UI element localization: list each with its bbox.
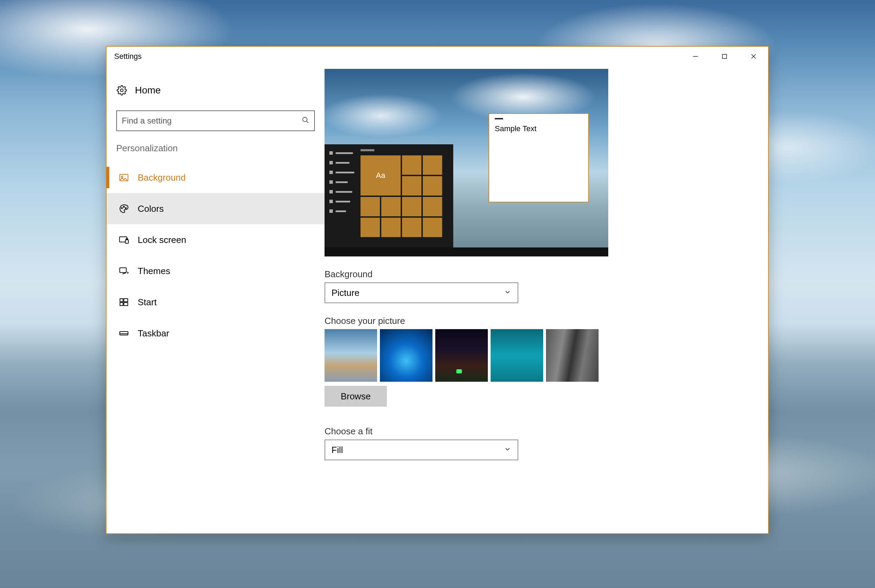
taskbar-icon xyxy=(118,328,129,339)
sidebar-item-background[interactable]: Background xyxy=(106,162,325,193)
svg-rect-14 xyxy=(120,268,126,273)
choose-fit-label: Choose a fit xyxy=(325,426,768,437)
preview-sample-window: Sample Text xyxy=(488,113,589,202)
preview-start-menu: Aa xyxy=(325,144,453,248)
svg-point-9 xyxy=(121,208,123,209)
start-icon xyxy=(118,297,129,308)
desktop-wallpaper: Settings xyxy=(0,0,875,588)
picture-thumb-5[interactable] xyxy=(546,329,599,382)
svg-point-8 xyxy=(121,176,123,177)
close-button[interactable] xyxy=(739,47,768,66)
fit-dropdown[interactable]: Fill xyxy=(325,440,518,460)
sidebar-item-label: Background xyxy=(138,172,186,183)
sidebar-item-label: Themes xyxy=(138,266,170,276)
preview-tile-aa: Aa xyxy=(361,155,401,195)
home-label: Home xyxy=(135,85,161,96)
search-box[interactable] xyxy=(116,110,315,131)
picture-thumb-4[interactable] xyxy=(491,329,543,382)
settings-window: Settings xyxy=(106,46,769,534)
preview-taskbar xyxy=(325,248,608,256)
background-dropdown[interactable]: Picture xyxy=(325,282,518,303)
titlebar: Settings xyxy=(106,47,768,66)
svg-point-5 xyxy=(303,117,307,122)
choose-picture-label: Choose your picture xyxy=(325,316,768,326)
picture-thumb-1[interactable] xyxy=(325,329,377,382)
picture-icon xyxy=(118,172,129,183)
background-label: Background xyxy=(325,269,768,280)
svg-rect-17 xyxy=(120,303,123,306)
background-dropdown-value: Picture xyxy=(331,288,360,298)
sidebar-item-label: Lock screen xyxy=(138,235,186,245)
sidebar-item-themes[interactable]: Themes xyxy=(106,255,325,286)
svg-point-4 xyxy=(120,89,123,92)
sidebar: Home Personalization Background xyxy=(106,66,325,533)
search-icon xyxy=(302,116,309,125)
sidebar-item-lock-screen[interactable]: Lock screen xyxy=(106,224,325,255)
sidebar-item-label: Start xyxy=(138,297,157,308)
content-pane[interactable]: Aa Sample Text xyxy=(325,66,768,533)
lock-screen-icon xyxy=(118,234,129,245)
window-controls xyxy=(681,47,768,66)
picture-thumbnails xyxy=(325,329,768,382)
svg-rect-1 xyxy=(722,54,727,58)
sidebar-item-label: Taskbar xyxy=(138,328,169,339)
sidebar-item-colors[interactable]: Colors xyxy=(106,193,325,224)
gear-icon xyxy=(116,85,127,96)
svg-rect-15 xyxy=(120,298,123,302)
search-input[interactable] xyxy=(122,116,298,126)
window-title: Settings xyxy=(114,52,142,61)
sidebar-item-label: Colors xyxy=(138,204,164,214)
preview-sample-text: Sample Text xyxy=(495,124,583,133)
nav-list: Background Colors Lock screen xyxy=(106,162,325,349)
sidebar-category: Personalization xyxy=(106,143,325,154)
svg-line-6 xyxy=(307,121,309,123)
svg-rect-18 xyxy=(124,303,128,306)
picture-thumb-2[interactable] xyxy=(380,329,433,382)
sidebar-item-taskbar[interactable]: Taskbar xyxy=(106,318,325,349)
chevron-down-icon xyxy=(504,288,511,298)
picture-thumb-3[interactable] xyxy=(435,329,488,382)
minimize-button[interactable] xyxy=(681,47,710,66)
themes-icon xyxy=(118,266,129,276)
browse-button[interactable]: Browse xyxy=(325,386,387,406)
sidebar-item-start[interactable]: Start xyxy=(106,286,325,318)
svg-rect-13 xyxy=(125,240,128,243)
svg-rect-16 xyxy=(124,298,128,302)
chevron-down-icon xyxy=(504,445,511,456)
svg-rect-19 xyxy=(120,332,128,335)
svg-point-10 xyxy=(123,206,124,207)
maximize-button[interactable] xyxy=(710,47,739,66)
fit-dropdown-value: Fill xyxy=(331,445,343,456)
desktop-preview: Aa Sample Text xyxy=(325,69,608,256)
home-nav[interactable]: Home xyxy=(106,80,325,101)
palette-icon xyxy=(118,203,129,214)
svg-point-11 xyxy=(125,208,126,209)
